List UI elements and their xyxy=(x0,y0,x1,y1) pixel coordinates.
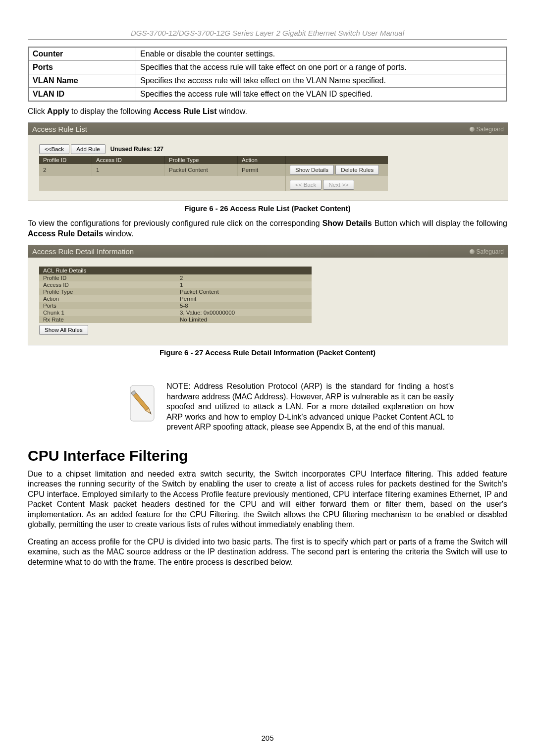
cell-profile-id: 2 xyxy=(39,164,92,176)
instruction-text: Click Apply to display the following Acc… xyxy=(28,107,507,116)
delete-rules-button[interactable]: Delete Rules xyxy=(335,165,379,175)
note-body: Address Resolution Protocol (ARP) is the… xyxy=(166,382,454,431)
section-heading: CPU Interface Filtering xyxy=(28,447,507,464)
page-number: 205 xyxy=(0,734,535,742)
body-paragraph: Creating an access profile for the CPU i… xyxy=(28,537,507,567)
detail-key: Ports xyxy=(39,302,176,309)
detail-key: Access ID xyxy=(39,281,176,288)
detail-val: 5-8 xyxy=(176,302,312,309)
col-profile-id: Profile ID xyxy=(39,156,92,164)
figure-caption: Figure 6 - 27 Access Rule Detail Informa… xyxy=(28,348,507,357)
detail-key: Profile Type xyxy=(39,288,176,295)
detail-key: Chunk 1 xyxy=(39,309,176,316)
detail-val: 3, Value: 0x00000000 xyxy=(176,309,312,316)
figure-caption: Figure 6 - 26 Access Rule List (Packet C… xyxy=(28,204,507,213)
show-details-button[interactable]: Show Details xyxy=(290,165,334,175)
detail-section-header: ACL Rule Details xyxy=(39,267,312,274)
detail-key: Action xyxy=(39,295,176,302)
instruction-text: To view the configurations for previousl… xyxy=(28,218,507,239)
cell-action: Permit xyxy=(238,164,286,176)
detail-val: No Limited xyxy=(176,316,312,323)
unused-rules-label: Unused Rules: 127 xyxy=(110,146,163,153)
param-desc: Specifies the access rule will take effe… xyxy=(136,88,507,102)
pager-next-button[interactable]: Next >> xyxy=(323,180,354,190)
show-all-rules-button[interactable]: Show All Rules xyxy=(39,325,88,335)
safeguard-icon xyxy=(470,249,475,254)
safeguard-badge: Safeguard xyxy=(470,248,504,255)
param-label: Counter xyxy=(28,47,136,61)
cell-profile-type: Packet Content xyxy=(165,164,238,176)
param-desc: Enable or disable the counter settings. xyxy=(136,47,507,61)
param-label: VLAN Name xyxy=(28,74,136,88)
cell-access-id: 1 xyxy=(92,164,165,176)
window-title: Access Rule Detail Information xyxy=(32,247,134,256)
pager-row: << Back Next >> xyxy=(39,176,388,191)
add-rule-button[interactable]: Add Rule xyxy=(71,144,105,154)
pager-back-button[interactable]: << Back xyxy=(290,180,321,190)
safeguard-icon xyxy=(470,127,475,132)
detail-val: Packet Content xyxy=(176,288,312,295)
detail-val: Permit xyxy=(176,295,312,302)
detail-val: 2 xyxy=(176,274,312,281)
pencil-icon xyxy=(127,381,158,424)
back-button[interactable]: <<Back xyxy=(39,144,69,154)
detail-key: Rx Rate xyxy=(39,316,176,323)
param-label: VLAN ID xyxy=(28,88,136,102)
access-rule-detail-window: Access Rule Detail Information Safeguard… xyxy=(28,245,508,345)
body-paragraph: Due to a chipset limitation and needed e… xyxy=(28,469,507,530)
detail-val: 1 xyxy=(176,281,312,288)
table-row: 2 1 Packet Content Permit Show Details D… xyxy=(39,164,388,176)
detail-key: Profile ID xyxy=(39,274,176,281)
window-title: Access Rule List xyxy=(32,125,87,133)
parameter-table: Counter Enable or disable the counter se… xyxy=(28,47,507,102)
param-desc: Specifies that the access rule will take… xyxy=(136,61,507,74)
access-rule-list-window: Access Rule List Safeguard <<Back Add Ru… xyxy=(28,122,508,201)
note-label: NOTE: xyxy=(166,382,191,390)
note-block: NOTE: Address Resolution Protocol (ARP) … xyxy=(127,381,454,432)
param-desc: Specifies the access rule will take effe… xyxy=(136,74,507,88)
col-action: Action xyxy=(238,156,286,164)
safeguard-badge: Safeguard xyxy=(470,126,504,133)
col-profile-type: Profile Type xyxy=(165,156,238,164)
param-label: Ports xyxy=(28,61,136,74)
col-access-id: Access ID xyxy=(92,156,165,164)
doc-header: DGS-3700-12/DGS-3700-12G Series Layer 2 … xyxy=(28,29,507,40)
